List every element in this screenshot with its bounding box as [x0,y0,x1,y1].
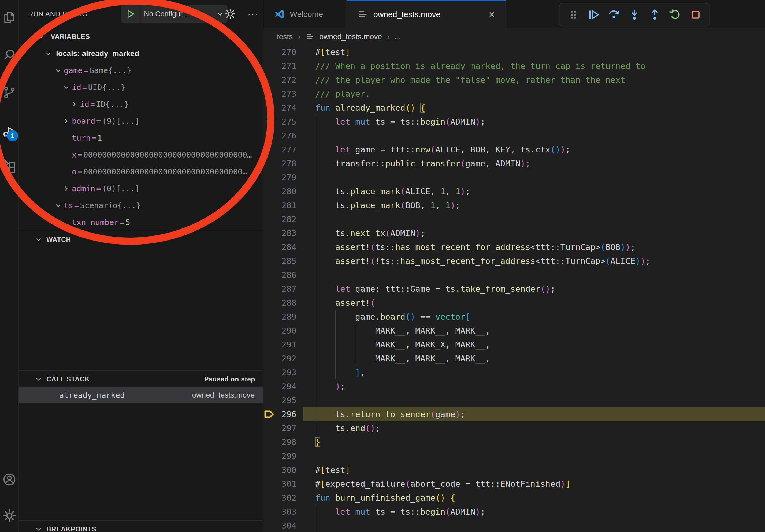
settings-gear-icon[interactable] [2,508,17,523]
code-line-content[interactable]: let game = ttt::new(ALICE, BOB, KEY, ts.… [303,142,765,156]
variables-section-header[interactable]: VARIABLES [19,28,263,45]
code-line[interactable]: 285 assert!(!ts::has_most_recent_for_add… [263,254,765,268]
code-line-content[interactable]: assert!(ts::has_most_recent_for_address<… [303,240,765,254]
code-line[interactable]: 291 MARK__, MARK_X, MARK__, [263,338,765,352]
code-line-content[interactable]: #[test] [303,45,765,59]
watch-section-header[interactable]: WATCH [19,231,263,248]
code-line-content[interactable] [303,170,765,184]
variable-row[interactable]: x=00000000000000000000000000000000000… [19,146,263,163]
chevron-down-icon[interactable] [53,67,64,74]
code-line[interactable]: 290 MARK__, MARK__, MARK__, [263,324,765,338]
variable-row[interactable]: game=Game{...} [19,62,263,79]
code-line[interactable]: 272/// the player who made the "false" m… [263,73,765,87]
code-line-content[interactable]: fun burn_unfinished_game() { [303,491,765,505]
code-line[interactable]: 286 [263,268,765,282]
gutter[interactable]: 270 [263,45,303,59]
gutter[interactable]: 285 [263,254,303,268]
breadcrumb-item-tests[interactable]: tests [277,32,293,41]
code-line-content[interactable]: transfer::public_transfer(game, ADMIN); [303,156,765,170]
code-line[interactable]: 278 transfer::public_transfer(game, ADMI… [263,156,765,170]
explorer-icon[interactable] [2,10,17,25]
chevron-right-icon[interactable] [61,118,72,125]
gutter[interactable]: 304 [263,519,303,532]
gutter[interactable]: 300 [263,463,303,477]
code-line[interactable]: 273/// player. [263,87,765,101]
restart-icon[interactable] [668,8,682,22]
code-line[interactable]: 280 ts.place_mark(ALICE, 1, 1); [263,184,765,198]
debug-settings-gear-icon[interactable] [223,7,237,21]
code-line-content[interactable]: ts.return_to_sender(game); [303,407,765,421]
code-line-content[interactable] [303,449,765,463]
gutter[interactable]: 289 [263,310,303,324]
gutter[interactable]: 287 [263,282,303,296]
start-debug-icon[interactable] [121,5,140,23]
gutter[interactable]: 279 [263,170,303,184]
code-line[interactable]: 277 let game = ttt::new(ALICE, BOB, KEY,… [263,142,765,156]
code-line[interactable]: 292 MARK__, MARK__, MARK__, [263,352,765,366]
gutter[interactable]: 296 [263,407,303,421]
code-line[interactable]: 295 [263,393,765,407]
code-line-content[interactable] [303,268,765,282]
code-line[interactable]: 275 let mut ts = ts::begin(ADMIN); [263,115,765,129]
variable-row[interactable]: txn_number=5 [19,214,263,231]
code-line-content[interactable]: MARK__, MARK__, MARK__, [303,352,765,366]
code-line-content[interactable] [303,129,765,142]
code-line-content[interactable]: ts.place_mark(BOB, 1, 1); [303,198,765,212]
variable-row[interactable]: ts=Scenario{...} [19,197,263,214]
code-line-content[interactable]: game.board() == vector[ [303,310,765,324]
account-icon[interactable] [2,472,17,487]
continue-icon[interactable] [587,8,601,22]
code-line-content[interactable]: ts.place_mark(ALICE, 1, 1); [303,184,765,198]
code-line[interactable]: 276 [263,129,765,142]
variable-row[interactable]: turn=1 [19,130,263,146]
code-line[interactable]: 296 ts.return_to_sender(game); [263,407,765,421]
drag-handle-icon[interactable] [566,8,580,22]
gutter[interactable]: 278 [263,156,303,170]
gutter[interactable]: 288 [263,296,303,310]
code-line[interactable]: 282 [263,212,765,226]
code-line[interactable]: 301#[expected_failure(abort_code = ttt::… [263,477,765,491]
code-line[interactable]: 281 ts.place_mark(BOB, 1, 1); [263,198,765,212]
code-line-content[interactable]: assert!(!ts::has_most_recent_for_address… [303,254,765,268]
code-line[interactable]: 270#[test] [263,45,765,59]
code-line-content[interactable]: let mut ts = ts::begin(ADMIN); [303,505,765,519]
more-actions-icon[interactable]: ··· [246,7,260,21]
gutter[interactable]: 276 [263,129,303,142]
tab-welcome[interactable]: Welcome [263,0,347,28]
gutter[interactable]: 303 [263,505,303,519]
gutter[interactable]: 298 [263,435,303,449]
gutter[interactable]: 277 [263,142,303,156]
code-line-content[interactable]: ts.end(); [303,421,765,435]
step-over-icon[interactable] [607,8,621,22]
extensions-icon[interactable] [2,160,17,175]
chevron-down-icon[interactable] [53,202,64,209]
gutter[interactable]: 302 [263,491,303,505]
variable-row[interactable]: board=(9)[...] [19,113,263,130]
variable-row[interactable]: id=ID{...} [19,96,263,113]
gutter[interactable]: 275 [263,115,303,129]
close-icon[interactable]: × [489,9,495,20]
variables-scope-row[interactable]: locals: already_marked [19,45,263,62]
code-line[interactable]: 293 ], [263,366,765,379]
code-line-content[interactable]: #[expected_failure(abort_code = ttt::ENo… [303,477,765,491]
breadcrumb-item-file[interactable]: owned_tests.move [319,32,382,41]
call-stack-frame[interactable]: already_marked owned_tests.move [19,387,263,403]
code-line[interactable]: 298} [263,435,765,449]
code-line-content[interactable]: ts.next_tx(ADMIN); [303,226,765,240]
code-line-content[interactable]: } [303,435,765,449]
code-line-content[interactable]: /// player. [303,87,765,101]
code-line[interactable]: 289 game.board() == vector[ [263,310,765,324]
code-line[interactable]: 294 ); [263,379,765,393]
source-control-icon[interactable] [2,85,17,100]
code-line[interactable]: 274fun already_marked() { [263,101,765,115]
call-stack-section-header[interactable]: CALL STACK Paused on step [19,371,263,387]
code-line-content[interactable]: ], [303,366,765,379]
code-line[interactable]: 279 [263,170,765,184]
code-line[interactable]: 304 [263,519,765,532]
code-line-content[interactable]: MARK__, MARK_X, MARK__, [303,338,765,352]
gutter[interactable]: 283 [263,226,303,240]
code-line[interactable]: 283 ts.next_tx(ADMIN); [263,226,765,240]
code-line-content[interactable] [303,393,765,407]
code-line[interactable]: 284 assert!(ts::has_most_recent_for_addr… [263,240,765,254]
code-line-content[interactable]: let mut ts = ts::begin(ADMIN); [303,115,765,129]
